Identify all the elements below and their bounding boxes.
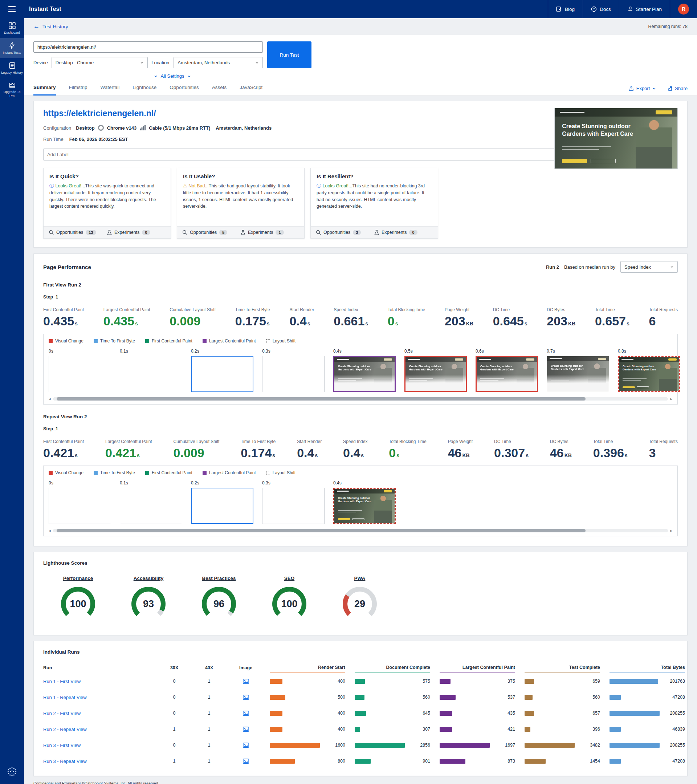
run-test-button[interactable]: Run Test (267, 41, 311, 68)
tab-assets[interactable]: Assets (212, 85, 227, 96)
scroll-right-icon[interactable]: ▸ (670, 528, 672, 533)
site-headline: Create Stunning outdoor Gardens with Exp… (480, 365, 516, 372)
tab-lighthouse[interactable]: Lighthouse (133, 85, 156, 96)
column-header-render-start[interactable]: Render Start (270, 665, 345, 673)
run-link[interactable]: Run 2 - First View (43, 711, 152, 716)
tab-waterfall[interactable]: Waterfall (100, 85, 120, 96)
frame-thumbnail[interactable] (120, 356, 182, 392)
median-metric-select[interactable]: Speed Index (620, 261, 678, 273)
scroll-right-icon[interactable]: ▸ (670, 397, 672, 401)
run-image-link[interactable] (231, 743, 260, 748)
scroll-left-icon[interactable]: ◂ (49, 397, 51, 401)
tab-javascript[interactable]: JavaScript (240, 85, 263, 96)
experiments-link[interactable]: Experiments0 (374, 230, 433, 235)
frame-thumbnail[interactable] (191, 356, 253, 392)
image-icon[interactable] (243, 695, 249, 700)
run-link[interactable]: Run 2 - Repeat View (43, 726, 152, 732)
bar-total-bytes (610, 695, 621, 700)
run-image-link[interactable] (231, 679, 260, 684)
gauge-label[interactable]: Best Practices (202, 576, 236, 581)
frame-thumbnail[interactable] (262, 356, 325, 392)
run-link[interactable]: Run 3 - Repeat View (43, 759, 152, 764)
share-button[interactable]: Share (667, 86, 687, 91)
run-link[interactable]: Run 1 - First View (43, 679, 152, 684)
gauge-label[interactable]: PWA (354, 576, 366, 581)
opportunities-link[interactable]: Opportunities13 (49, 230, 107, 235)
frame-thumbnail[interactable]: Create Stunning outdoor Gardens with Exp… (618, 356, 680, 392)
frame-thumbnail[interactable]: Create Stunning outdoor Gardens with Exp… (404, 356, 467, 392)
docs-link[interactable]: ? Docs (583, 0, 619, 18)
avatar[interactable]: R (678, 3, 689, 15)
run-image-link[interactable] (231, 711, 260, 716)
sidebar-item-upgrade[interactable]: Upgrade To Pro (0, 78, 24, 101)
image-icon[interactable] (243, 759, 249, 764)
run-image-link[interactable] (231, 726, 260, 732)
image-icon[interactable] (243, 743, 249, 748)
frame-thumbnail[interactable]: Create Stunning outdoor Gardens with Exp… (547, 356, 609, 392)
gauge-label[interactable]: Accessibility (133, 576, 164, 581)
account-menu[interactable]: R (670, 0, 697, 18)
location-select[interactable]: Amsterdam, Netherlands (174, 57, 263, 68)
image-icon[interactable] (243, 711, 249, 716)
column-header-30x[interactable]: 30X (161, 665, 187, 673)
opportunities-link[interactable]: Opportunities5 (182, 230, 241, 235)
sidebar-item-legacy-history[interactable]: Legacy History (0, 58, 24, 78)
scroll-thumb[interactable] (57, 529, 586, 532)
column-header-40x[interactable]: 40X (196, 665, 222, 673)
url-input[interactable] (33, 41, 263, 53)
frame-thumbnail[interactable] (49, 488, 111, 524)
device-select[interactable]: Desktop - Chrome (51, 57, 148, 68)
column-header-image[interactable]: Image (231, 665, 260, 673)
plan-link[interactable]: Starter Plan (619, 0, 670, 18)
export-button[interactable]: Export (628, 86, 656, 91)
frame-thumbnail[interactable]: Create Stunning outdoor Gardens with Exp… (333, 356, 396, 392)
catchpoint-link[interactable]: Catchpoint Systems, Inc. (85, 781, 127, 784)
image-icon[interactable] (243, 726, 249, 732)
cell-total-bytes: 46839 (610, 721, 685, 737)
tab-filmstrip[interactable]: Filmstrip (69, 85, 87, 96)
tab-opportunities[interactable]: Opportunities (169, 85, 199, 96)
column-header-total-bytes[interactable]: Total Bytes (610, 665, 685, 673)
frame-thumbnail[interactable] (262, 488, 325, 524)
tab-summary[interactable]: Summary (33, 85, 56, 96)
metric-start-render: Start Render0.4s (289, 307, 314, 327)
blog-label: Blog (565, 7, 575, 12)
scroll-left-icon[interactable]: ◂ (49, 528, 51, 533)
frame-thumbnail[interactable] (191, 488, 253, 524)
sidebar-item-instant-tests[interactable]: Instant Tests (0, 38, 24, 58)
gauge-label[interactable]: Performance (63, 576, 93, 581)
run-image-link[interactable] (231, 695, 260, 700)
chevron-down-icon (140, 61, 144, 65)
frame-thumbnail[interactable] (120, 488, 182, 524)
run-image-link[interactable] (231, 759, 260, 764)
experiments-link[interactable]: Experiments0 (107, 230, 166, 235)
frame-thumbnail[interactable]: Create Stunning outdoor Gardens with Exp… (333, 488, 396, 524)
back-to-test-history[interactable]: ← Test History (33, 23, 68, 30)
view-title[interactable]: Repeat View Run 2 (43, 414, 87, 419)
filmstrip-legend: Visual ChangeTime To First ByteFirst Con… (49, 470, 672, 475)
run-link[interactable]: Run 3 - First View (43, 743, 152, 748)
menu-icon[interactable] (8, 6, 16, 12)
all-settings-toggle[interactable]: All Settings (33, 73, 311, 79)
sidebar-item-dashboard[interactable]: Dashboard (0, 18, 24, 38)
scroll-track[interactable] (53, 397, 668, 400)
blog-link[interactable]: Blog (548, 0, 583, 18)
run-link[interactable]: Run 1 - Repeat View (43, 695, 152, 700)
filmstrip: Visual ChangeTime To First ByteFirst Con… (43, 466, 678, 536)
frame-thumbnail[interactable] (49, 356, 111, 392)
scroll-track[interactable] (53, 529, 668, 532)
frame-thumbnail[interactable]: Create Stunning outdoor Gardens with Exp… (475, 356, 538, 392)
site-nav (334, 489, 395, 494)
experiments-link[interactable]: Experiments1 (241, 230, 299, 235)
column-header-test-complete[interactable]: Test Complete (524, 665, 600, 673)
column-header-largest-contentful-paint[interactable]: Largest Contentful Paint (440, 665, 515, 673)
page-screenshot-thumbnail[interactable]: Create Stunning outdoor Gardens with Exp… (554, 108, 678, 169)
scroll-thumb[interactable] (57, 397, 586, 400)
gauge-label[interactable]: SEO (284, 576, 295, 581)
add-label-input[interactable] (43, 148, 570, 160)
view-title[interactable]: First View Run 2 (43, 282, 81, 288)
image-icon[interactable] (243, 679, 249, 684)
column-header-document-complete[interactable]: Document Complete (355, 665, 430, 673)
column-header-run[interactable]: Run (43, 665, 152, 673)
opportunities-link[interactable]: Opportunities3 (316, 230, 374, 235)
